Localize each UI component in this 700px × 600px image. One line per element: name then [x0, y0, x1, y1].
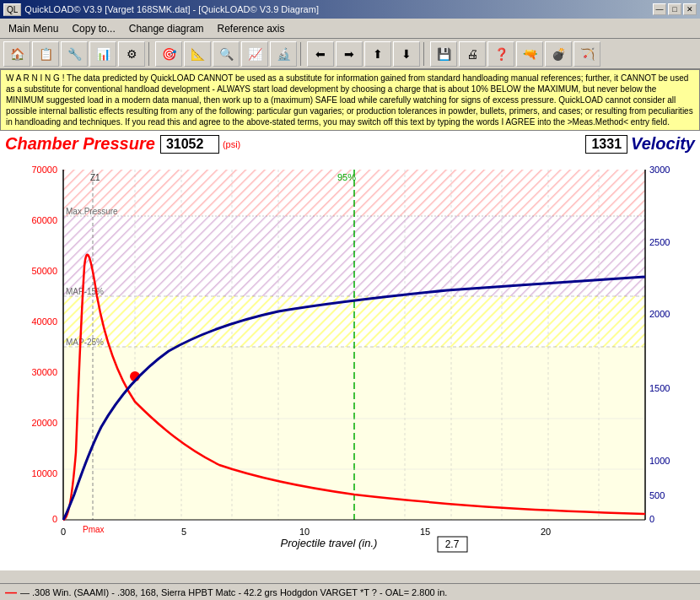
menu-main[interactable]: Main Menu: [2, 21, 65, 36]
y-label-0-left: 0: [52, 514, 57, 524]
x-axis-label: Projectile travel (in.): [281, 537, 378, 549]
x-label-20: 20: [541, 527, 551, 537]
warning-box: W A R N I N G ! The data predicted by Qu…: [0, 69, 700, 131]
y-label-0-right: 0: [649, 514, 654, 524]
chart-svg: Max.Pressure MAP-15% MAP-25% Z1 95%: [0, 157, 700, 570]
separator-3: [423, 42, 427, 66]
x-label-0: 0: [61, 527, 66, 537]
y-label-1000: 1000: [649, 456, 670, 466]
toolbar-btn-19[interactable]: 💣: [545, 41, 572, 67]
menu-reference-axis[interactable]: Reference axis: [210, 21, 291, 36]
pressure-units: (psi): [223, 139, 240, 149]
toolbar-btn-2[interactable]: 📋: [32, 41, 59, 67]
max-pressure-label: Max.Pressure: [66, 207, 118, 216]
pmax-label: Pmax: [83, 525, 105, 534]
y-label-3000: 3000: [649, 165, 670, 175]
toolbar-btn-17[interactable]: ❓: [487, 41, 514, 67]
toolbar-btn-20[interactable]: 🏹: [573, 41, 600, 67]
toolbar-btn-18[interactable]: 🔫: [516, 41, 543, 67]
velocity-label: Velocity: [631, 134, 695, 154]
toolbar-btn-6[interactable]: 🎯: [155, 41, 182, 67]
app-window: QL QuickLOAD© V3.9 [Varget 168SMK.dat] -…: [0, 0, 700, 600]
status-bar: — — .308 Win. (SAAMI) - .308, 168, Sierr…: [0, 583, 700, 600]
velocity-value-box: 1331: [585, 135, 627, 154]
y-label-40000: 40000: [31, 316, 57, 327]
toolbar-btn-9[interactable]: 📈: [241, 41, 268, 67]
toolbar-btn-16[interactable]: 🖨: [459, 41, 486, 67]
toolbar-btn-14[interactable]: ⬇: [393, 41, 420, 67]
toolbar: 🏠 📋 🔧 📊 ⚙ 🎯 📐 🔍 📈 🔬 ⬅ ➡ ⬆ ⬇ 💾 🖨 ❓ 🔫 💣 🏹: [0, 39, 700, 69]
x-label-5: 5: [181, 527, 186, 537]
app-icon: QL: [3, 3, 21, 16]
y-label-500: 500: [649, 490, 665, 500]
chart-header: Chamber Pressure (psi) 1331 Velocity: [0, 131, 700, 157]
content-area: W A R N I N G ! The data predicted by Qu…: [0, 69, 700, 583]
pct95-label: 95%: [337, 172, 356, 182]
toolbar-btn-7[interactable]: 📐: [184, 41, 211, 67]
y-label-1500: 1500: [649, 383, 670, 393]
menu-bar: Main Menu Copy to... Change diagram Refe…: [0, 19, 700, 39]
title-bar-left: QL QuickLOAD© V3.9 [Varget 168SMK.dat] -…: [3, 3, 319, 16]
y-label-20000: 20000: [31, 418, 57, 428]
toolbar-btn-8[interactable]: 🔍: [213, 41, 240, 67]
minimize-button[interactable]: —: [653, 3, 666, 15]
y-label-70000: 70000: [31, 165, 57, 175]
separator-1: [148, 42, 152, 66]
y-label-2500: 2500: [649, 237, 670, 247]
status-dash: —: [5, 586, 17, 599]
map25-label: MAP-25%: [66, 338, 104, 347]
y-label-2000: 2000: [649, 309, 670, 319]
chamber-pressure-label: Chamber Pressure: [5, 134, 155, 154]
toolbar-btn-3[interactable]: 🔧: [61, 41, 88, 67]
title-bar: QL QuickLOAD© V3.9 [Varget 168SMK.dat] -…: [0, 0, 700, 19]
x-axis-value: 2.7: [445, 538, 460, 550]
status-text: — .308 Win. (SAAMI) - .308, 168, Sierra …: [20, 587, 447, 597]
chart-area: Max.Pressure MAP-15% MAP-25% Z1 95%: [0, 157, 700, 583]
y-label-30000: 30000: [31, 367, 57, 377]
toolbar-btn-5[interactable]: ⚙: [118, 41, 145, 67]
close-button[interactable]: ✕: [683, 3, 697, 15]
x-label-15: 15: [420, 527, 430, 537]
pressure-value-input[interactable]: [160, 135, 219, 154]
menu-change-diagram[interactable]: Change diagram: [122, 21, 211, 36]
y-label-60000: 60000: [31, 215, 57, 225]
window-title: QuickLOAD© V3.9 [Varget 168SMK.dat] - [Q…: [24, 4, 319, 14]
toolbar-btn-15[interactable]: 💾: [430, 41, 457, 67]
toolbar-btn-13[interactable]: ⬆: [364, 41, 391, 67]
toolbar-btn-10[interactable]: 🔬: [270, 41, 297, 67]
map15-label: MAP-15%: [66, 287, 104, 296]
y-label-50000: 50000: [31, 266, 57, 276]
toolbar-btn-4[interactable]: 📊: [89, 41, 116, 67]
separator-2: [300, 42, 304, 66]
toolbar-btn-1[interactable]: 🏠: [3, 41, 30, 67]
y-label-10000: 10000: [31, 468, 57, 478]
warning-text: W A R N I N G ! The data predicted by Qu…: [6, 73, 693, 127]
z1-label: Z1: [90, 173, 100, 182]
toolbar-btn-11[interactable]: ⬅: [307, 41, 334, 67]
maximize-button[interactable]: □: [668, 3, 681, 15]
x-label-10: 10: [299, 527, 310, 537]
toolbar-btn-12[interactable]: ➡: [336, 41, 363, 67]
window-controls: — □ ✕: [653, 3, 697, 15]
menu-copy[interactable]: Copy to...: [65, 21, 121, 36]
